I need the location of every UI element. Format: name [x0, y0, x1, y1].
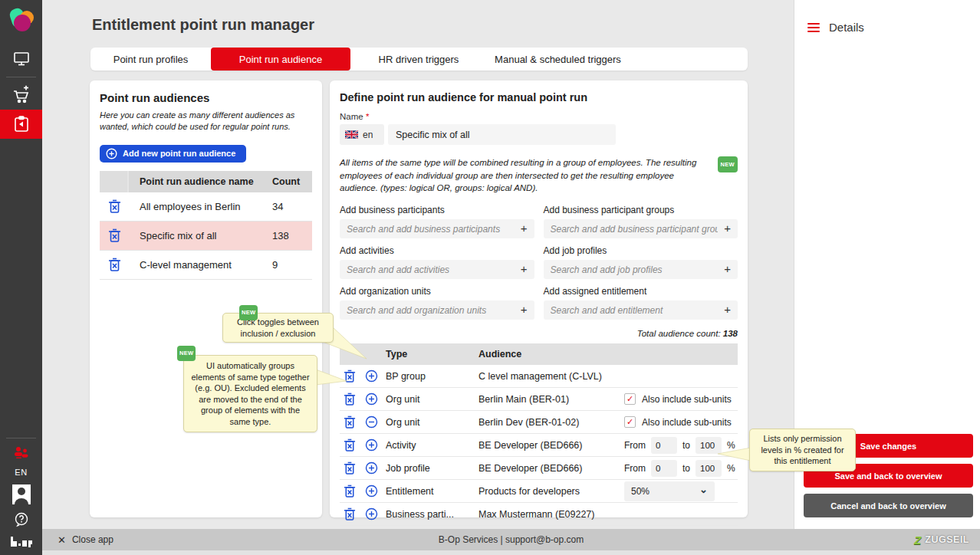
- add-plus-icon[interactable]: +: [724, 262, 731, 275]
- exclude-toggle-icon[interactable]: [365, 415, 378, 429]
- tab-manual-scheduled-triggers[interactable]: Manual & scheduled triggers: [487, 48, 629, 71]
- to-input[interactable]: [696, 437, 722, 454]
- delete-icon[interactable]: [108, 199, 121, 214]
- app-root: EN: [0, 0, 980, 555]
- field-job-profiles: Add job profiles +: [544, 245, 738, 279]
- add-plus-icon[interactable]: +: [521, 262, 528, 275]
- item-row-bp-group: BP group C level management (C-LVL): [340, 365, 738, 388]
- delete-icon[interactable]: [108, 258, 121, 272]
- define-audience-title: Define point run audience for manual poi…: [340, 91, 738, 103]
- items-table-header: Type Audience: [340, 343, 738, 365]
- from-label: From: [624, 463, 646, 474]
- bop-logo: [0, 532, 42, 552]
- include-toggle-icon[interactable]: [365, 484, 378, 498]
- language-indicator[interactable]: EN: [15, 468, 27, 477]
- audience-row-selected[interactable]: Specific mix of all 138: [100, 222, 312, 251]
- field-activities: Add activities +: [340, 245, 534, 279]
- shop-cart-icon[interactable]: [0, 80, 42, 110]
- audience-row[interactable]: All employees in Berlin 34: [100, 192, 312, 222]
- delete-icon[interactable]: [344, 484, 356, 498]
- from-input[interactable]: [651, 437, 677, 454]
- add-audience-button[interactable]: Add new point run audience: [100, 145, 246, 163]
- delete-icon[interactable]: [344, 507, 356, 521]
- audiences-panel-title: Point run audiences: [100, 91, 312, 104]
- new-badge: NEW: [177, 346, 196, 361]
- language-prefix: en: [340, 124, 384, 145]
- search-business-participants-input[interactable]: [340, 219, 534, 238]
- audience-name-input[interactable]: [388, 124, 616, 145]
- field-business-participants: Add business participants +: [340, 205, 534, 238]
- to-input[interactable]: [696, 460, 722, 477]
- include-toggle-icon[interactable]: [365, 438, 378, 452]
- users-red-icon[interactable]: [0, 442, 42, 465]
- sidebar-item-point-run-active[interactable]: [0, 110, 42, 139]
- audiences-table: Point run audience name Count All employ…: [100, 171, 312, 280]
- item-row-org-unit: Org unit Berlin Main (BER-01) ✓ Also inc…: [340, 388, 738, 411]
- bottom-bar: B-Op Services | support@b-op.com ✕ Close…: [42, 529, 980, 550]
- column-type: Type: [383, 349, 478, 360]
- include-toggle-icon[interactable]: [365, 392, 378, 406]
- percent-sign: %: [727, 440, 735, 451]
- zugseil-brand-name: ZUGSEIL: [925, 534, 969, 545]
- from-input[interactable]: [651, 460, 677, 477]
- help-icon[interactable]: [0, 507, 42, 532]
- item-row-activity: Activity BE Developer (BED666) From to %: [340, 434, 738, 457]
- to-label: to: [682, 463, 690, 474]
- delete-icon[interactable]: [344, 415, 356, 429]
- menu-icon[interactable]: [807, 23, 820, 32]
- item-row-business-participant: Business parti... Max Mustermann (E09227…: [340, 503, 738, 526]
- search-job-profiles-input[interactable]: [544, 260, 738, 279]
- sub-units-checkbox[interactable]: ✓: [624, 416, 636, 428]
- sidebar-divider: [6, 77, 36, 77]
- add-plus-icon[interactable]: +: [724, 303, 731, 316]
- plus-circle-icon: [106, 148, 117, 159]
- app-sidebar: EN: [0, 0, 42, 555]
- sub-units-label: Also include sub-units: [642, 417, 732, 428]
- search-entitlement-input[interactable]: [544, 300, 738, 320]
- delete-icon[interactable]: [344, 392, 356, 406]
- new-badge: NEW: [239, 305, 258, 320]
- chevron-down-icon: ⌄: [699, 484, 708, 495]
- sub-units-checkbox[interactable]: ✓: [624, 393, 636, 405]
- tab-point-run-profiles[interactable]: Point run profiles: [90, 48, 211, 71]
- sub-units-label: Also include sub-units: [642, 394, 732, 405]
- new-badge: NEW: [718, 156, 738, 172]
- field-assigned-entitlement: Add assigned entitlement +: [544, 286, 738, 320]
- item-row-entitlement: Entitlement Products for developers 50% …: [340, 480, 738, 503]
- zugseil-brand: Z ZUGSEIL: [914, 534, 969, 547]
- include-toggle-icon[interactable]: [365, 461, 378, 475]
- add-plus-icon[interactable]: +: [521, 222, 528, 235]
- delete-icon[interactable]: [108, 228, 121, 243]
- include-toggle-icon[interactable]: [365, 507, 378, 521]
- add-plus-icon[interactable]: +: [724, 222, 731, 235]
- delete-icon[interactable]: [344, 438, 356, 452]
- search-org-units-input[interactable]: [340, 300, 534, 320]
- percent-sign: %: [727, 463, 735, 474]
- column-audience-name: Point run audience name: [129, 176, 272, 187]
- audience-row[interactable]: C-level management 9: [100, 251, 312, 280]
- callout-toggle-inclusion: NEW Click toggles between inclusion / ex…: [222, 313, 334, 343]
- cancel-back-button[interactable]: Cancel and back to overview: [804, 494, 973, 517]
- zugseil-logo-icon: Z: [914, 534, 921, 547]
- sidebar-divider-bottom: [6, 438, 36, 438]
- delete-icon[interactable]: [344, 461, 356, 475]
- field-organization-units: Add organization units +: [340, 286, 534, 320]
- search-bp-groups-input[interactable]: [544, 219, 738, 238]
- callout-grouping: NEW UI automatically groups elements of …: [183, 355, 317, 432]
- monitor-icon[interactable]: [0, 44, 42, 74]
- user-avatar-icon[interactable]: [0, 481, 42, 507]
- tab-point-run-audience[interactable]: Point run audience: [211, 48, 350, 71]
- search-activities-input[interactable]: [340, 260, 534, 279]
- bop-app-logo[interactable]: [7, 6, 36, 35]
- define-audience-panel: Define point run audience for manual poi…: [330, 80, 748, 517]
- include-toggle-icon[interactable]: [365, 369, 378, 383]
- from-label: From: [624, 440, 646, 451]
- item-row-job-profile: Job profile BE Developer (BED666) From t…: [340, 457, 738, 480]
- combination-note: All items of the same type will be combi…: [340, 156, 712, 195]
- add-plus-icon[interactable]: +: [521, 303, 528, 316]
- permission-level-dropdown[interactable]: 50% ⌄: [624, 481, 715, 501]
- tab-hr-driven-triggers[interactable]: HR driven triggers: [350, 48, 487, 71]
- callout-permission-levels: Lists only permission levels in % create…: [749, 429, 856, 471]
- delete-icon[interactable]: [344, 369, 356, 383]
- name-label: Name *: [340, 112, 738, 121]
